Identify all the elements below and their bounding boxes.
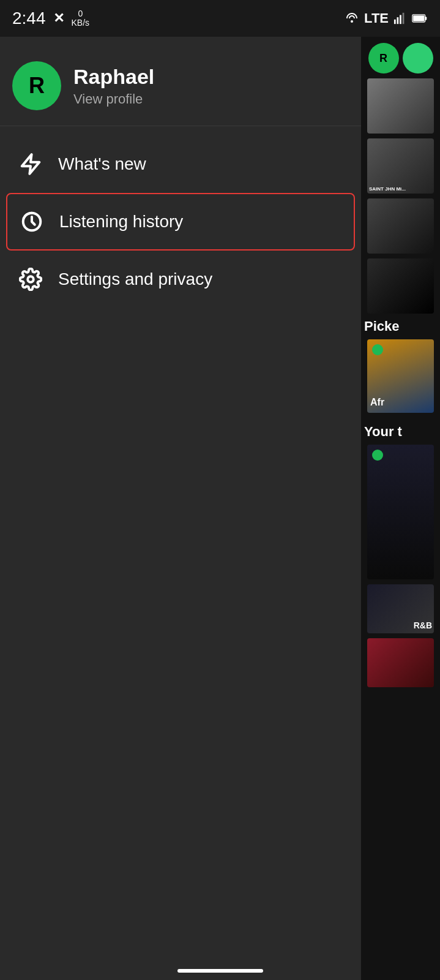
avatar: R bbox=[12, 61, 61, 110]
view-profile-link[interactable]: View profile bbox=[73, 91, 154, 107]
main-container: R SAINT JHN Mi... Picke Afr Your t R&B bbox=[0, 37, 440, 980]
user-avatar-green[interactable] bbox=[403, 43, 433, 74]
status-time: 2:44 bbox=[12, 9, 46, 28]
status-bar: 2:44 ✕ 0 KB/s LTE bbox=[0, 0, 440, 37]
settings-icon bbox=[15, 264, 46, 295]
menu-items: What's new Listening history bbox=[0, 126, 361, 317]
spotify-dot bbox=[372, 344, 383, 355]
profile-section[interactable]: R Raphael View profile bbox=[0, 49, 361, 126]
status-right: LTE bbox=[345, 10, 428, 26]
signal-icon bbox=[393, 12, 407, 25]
menu-item-settings[interactable]: Settings and privacy bbox=[0, 251, 361, 308]
profile-name: Raphael bbox=[73, 64, 154, 89]
profile-info: Raphael View profile bbox=[73, 64, 154, 108]
album-thumb-4[interactable] bbox=[367, 258, 434, 314]
svg-rect-1 bbox=[394, 20, 396, 24]
svg-point-9 bbox=[28, 276, 34, 282]
album-thumb-1[interactable] bbox=[367, 78, 434, 134]
afr-label: Afr bbox=[370, 397, 384, 408]
menu-item-whats-new[interactable]: What's new bbox=[0, 135, 361, 193]
saint-label: SAINT JHN Mi... bbox=[369, 186, 406, 192]
your-section-label: Your t bbox=[361, 424, 402, 440]
drawer-panel: R Raphael View profile What's new bbox=[0, 37, 361, 980]
data-speed: 0 KB/s bbox=[72, 9, 90, 28]
rnb-label: R&B bbox=[414, 620, 432, 630]
status-icons: LTE bbox=[345, 10, 428, 26]
album-thumb-2[interactable]: SAINT JHN Mi... bbox=[367, 138, 434, 194]
afr-album-thumb[interactable]: Afr bbox=[367, 339, 434, 413]
lightning-svg bbox=[19, 153, 42, 176]
svg-rect-6 bbox=[425, 17, 427, 20]
svg-rect-7 bbox=[413, 15, 424, 21]
history-svg bbox=[20, 210, 43, 233]
svg-rect-3 bbox=[400, 15, 401, 24]
avatars-row: R bbox=[365, 43, 436, 74]
lte-label: LTE bbox=[364, 10, 389, 26]
svg-rect-4 bbox=[403, 13, 405, 24]
home-indicator bbox=[177, 969, 263, 973]
history-icon bbox=[17, 206, 47, 237]
large-album-thumb[interactable] bbox=[367, 445, 434, 579]
svg-rect-2 bbox=[397, 17, 399, 24]
status-left: 2:44 ✕ 0 KB/s bbox=[12, 9, 89, 28]
listening-history-label: Listening history bbox=[59, 212, 183, 232]
picks-section-label: Picke bbox=[361, 318, 400, 334]
menu-item-listening-history[interactable]: Listening history bbox=[6, 193, 355, 251]
battery-icon bbox=[412, 12, 428, 25]
settings-label: Settings and privacy bbox=[58, 270, 212, 289]
svg-point-0 bbox=[351, 20, 353, 23]
lightning-icon bbox=[15, 149, 46, 179]
right-panel: R SAINT JHN Mi... Picke Afr Your t R&B bbox=[361, 37, 440, 980]
lana-album-thumb[interactable] bbox=[367, 638, 434, 687]
user-avatar-r[interactable]: R bbox=[368, 43, 399, 74]
rnb-album-thumb[interactable]: R&B bbox=[367, 584, 434, 633]
hotspot-icon bbox=[345, 11, 359, 26]
album-thumb-3[interactable] bbox=[367, 198, 434, 254]
whats-new-label: What's new bbox=[58, 154, 146, 174]
spotify-logo-dot bbox=[372, 450, 383, 461]
settings-svg bbox=[19, 268, 42, 291]
x-icon: ✕ bbox=[53, 10, 64, 26]
